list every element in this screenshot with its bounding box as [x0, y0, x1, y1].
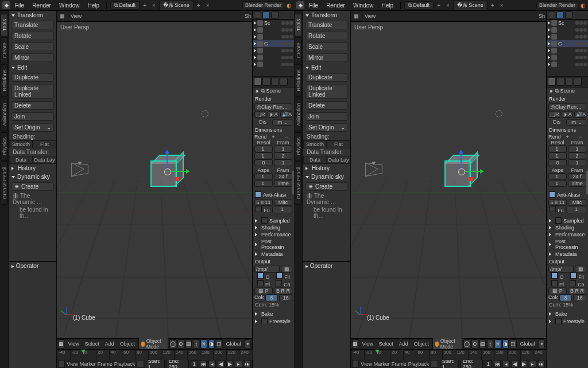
fps[interactable]: 24 f: [568, 173, 586, 180]
output-compression[interactable]: Com: 15%: [547, 301, 588, 308]
scene-selector[interactable]: �席 Scene: [159, 1, 194, 10]
res-y[interactable]: 1.: [254, 152, 273, 159]
tab-tools[interactable]: Tools: [295, 14, 302, 36]
btn-smooth[interactable]: Smooth: [9, 140, 33, 148]
manipulator-rotate-icon[interactable]: ◑: [208, 339, 215, 348]
manipulator-translate-icon[interactable]: ↕: [193, 339, 199, 348]
menu-file[interactable]: File: [305, 2, 322, 9]
btn-render-audio[interactable]: 🔊A: [574, 111, 586, 118]
menu-help[interactable]: Help: [84, 2, 103, 9]
tl-marker[interactable]: Marker: [80, 361, 96, 367]
panel-render[interactable]: Render: [253, 95, 294, 103]
tl-current[interactable]: 1: [485, 361, 492, 367]
panel-performance[interactable]: Performance: [253, 231, 294, 238]
panel-bake[interactable]: Bake: [253, 310, 294, 317]
btn-scale[interactable]: Scale: [305, 43, 348, 51]
outliner-item-cube[interactable]: C: [547, 40, 588, 47]
viewport-view-menu[interactable]: View: [362, 13, 378, 19]
menu-render[interactable]: Render: [29, 2, 55, 9]
lamp-object[interactable]: [202, 110, 208, 117]
btn-render-image[interactable]: ⬚R: [548, 111, 560, 118]
aa-samples[interactable]: 5 8 11: [548, 199, 567, 206]
layout-add-icon[interactable]: +: [141, 2, 149, 9]
tl-frame[interactable]: Frame: [98, 361, 113, 367]
btn-scale[interactable]: Scale: [11, 43, 54, 51]
panel-sampled[interactable]: Sampled: [253, 217, 294, 224]
tl-frame[interactable]: Frame: [392, 361, 407, 367]
proptab-0[interactable]: [254, 78, 262, 86]
timeline-editor-icon[interactable]: [58, 360, 65, 368]
btn-preset-remove[interactable]: −: [574, 134, 586, 140]
btn-join[interactable]: Join: [305, 112, 348, 121]
outliner-item-cube[interactable]: C: [253, 40, 294, 47]
aa-samples[interactable]: 5 8 11: [254, 199, 273, 206]
fps[interactable]: 24 f: [274, 173, 292, 180]
btn-render-audio[interactable]: 🔊A: [280, 111, 292, 118]
btn-data[interactable]: Data: [9, 156, 33, 164]
3d-viewport[interactable]: User Persp(1) Cube: [57, 22, 252, 338]
tl-prev-key-icon[interactable]: ◂: [208, 360, 215, 368]
3d-viewport[interactable]: User Persp(1) Cube: [351, 22, 546, 338]
vpmenu-object[interactable]: Object: [412, 341, 431, 347]
panel-operator[interactable]: ▸ Operator: [303, 261, 350, 270]
panel-metadata[interactable]: Metadata: [253, 251, 294, 258]
layers-icon[interactable]: ▤: [479, 339, 486, 348]
aspect-x[interactable]: 1.: [548, 173, 567, 180]
menu-file[interactable]: File: [11, 2, 28, 9]
vpmenu-select[interactable]: Select: [377, 341, 396, 347]
aa-size[interactable]: 1: [566, 206, 586, 213]
layout-add-icon[interactable]: +: [435, 2, 443, 9]
tab-grease-pencil[interactable]: Grease Pencil: [295, 162, 302, 205]
outliner-item-lamp[interactable]: [547, 61, 588, 68]
menu-window[interactable]: Window: [56, 2, 83, 9]
btn-smooth[interactable]: Smooth: [303, 140, 327, 148]
tab-create[interactable]: Create: [1, 37, 8, 63]
vpmenu-object[interactable]: Object: [118, 341, 137, 347]
tab-animation[interactable]: Animation: [1, 98, 8, 131]
frame-step[interactable]: 1: [568, 159, 586, 166]
frame-end[interactable]: 2: [568, 152, 586, 159]
tl-play-icon[interactable]: ▶: [226, 360, 233, 368]
outliner-item-render[interactable]: [547, 26, 588, 33]
btn-translate[interactable]: Translate: [11, 21, 54, 29]
btn-delete[interactable]: Delete: [305, 101, 348, 110]
panel-postproc[interactable]: Post Processin: [547, 238, 588, 251]
tl-play-rev-icon[interactable]: ◀: [512, 360, 519, 368]
viewport-shading-cut[interactable]: Sh: [539, 13, 545, 19]
output-channels[interactable]: B R R: [274, 288, 292, 294]
shading-solid-icon[interactable]: ◯: [463, 339, 470, 348]
output-path[interactable]: /tmp/: [254, 266, 280, 273]
outliner-item-world[interactable]: [547, 33, 588, 40]
outliner-search-icon[interactable]: [565, 12, 572, 19]
outliner-search-icon[interactable]: [271, 12, 278, 19]
timeline-cursor[interactable]: [377, 350, 378, 354]
vpmenu-add[interactable]: Add: [103, 341, 117, 347]
btn-mirror[interactable]: Mirror: [11, 53, 54, 62]
color-depth-16[interactable]: 16: [279, 294, 292, 301]
tl-next-key-icon[interactable]: ▸: [529, 360, 536, 368]
outliner-item-camera[interactable]: [253, 54, 294, 61]
panel-antialias[interactable]: Anti-Aliasi: [253, 190, 294, 199]
layout-selector[interactable]: ⧉ Default: [404, 1, 434, 10]
outliner-editor-icon[interactable]: [254, 12, 261, 19]
scene-selector[interactable]: �席 Scene: [453, 1, 488, 10]
btn-render-anim[interactable]: ⏵A: [268, 111, 280, 118]
res-x[interactable]: 1.: [548, 145, 567, 152]
outliner-item-scene[interactable]: Sc: [547, 20, 588, 26]
menu-window[interactable]: Window: [350, 2, 377, 9]
cube-object[interactable]: [150, 155, 184, 188]
timeline-ruler[interactable]: -40-200204060801001201401601802002202402…: [57, 350, 252, 360]
tl-sync-icon[interactable]: [431, 360, 438, 368]
render-engine-selector[interactable]: Blender Render: [536, 1, 578, 9]
tl-play-rev-icon[interactable]: ◀: [218, 360, 225, 368]
outliner-item-scene[interactable]: Sc: [253, 20, 294, 26]
frame-step[interactable]: 1: [274, 159, 292, 166]
panel-edit[interactable]: Edit: [9, 63, 56, 72]
tl-current[interactable]: 1: [191, 361, 198, 367]
aspect-y[interactable]: 1.: [254, 180, 273, 187]
btn-duplicate[interactable]: Duplicate: [11, 73, 54, 82]
tab-create[interactable]: Create: [295, 37, 302, 63]
layers-icon[interactable]: ▤: [185, 339, 192, 348]
viewport-view-menu[interactable]: View: [68, 13, 84, 19]
panel-dynamic-sky[interactable]: Dynamic sky: [303, 172, 350, 181]
